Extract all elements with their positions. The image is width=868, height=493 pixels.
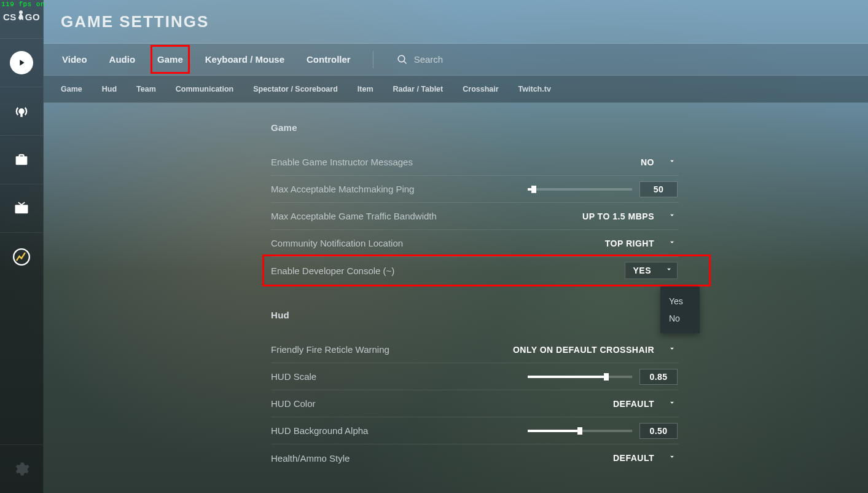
numbox-ping[interactable]: 50 (639, 181, 678, 197)
search-label: Search (414, 54, 444, 65)
dropdown-options: Yes No (660, 286, 700, 333)
slider-fill (528, 376, 606, 378)
slider-fill (528, 430, 580, 432)
slider-ping[interactable] (528, 188, 632, 191)
nav-inventory[interactable] (0, 136, 44, 184)
play-icon (10, 51, 33, 74)
logo-left: CS (3, 12, 17, 22)
settings-column: Game Enable Game Instructor Messages NO … (271, 122, 679, 471)
nav-stats[interactable] (0, 233, 44, 281)
subtab-hud[interactable]: Hud (102, 85, 117, 93)
chevron-down-icon (668, 344, 676, 355)
row-label: Max Acceptable Matchmaking Ping (271, 184, 414, 194)
row-hudalpha: HUD Background Alpha 0.50 (271, 417, 679, 444)
section-title-game: Game (271, 122, 679, 133)
subtab-item[interactable]: Item (358, 85, 373, 93)
row-label: HUD Color (271, 398, 316, 409)
dropdown-value: UP TO 1.5 MBPS (582, 211, 654, 221)
row-friendlyfire: Friendly Fire Reticle Warning ONLY ON DE… (271, 336, 679, 363)
section-gap (271, 284, 679, 310)
dropdown-hudcolor[interactable]: DEFAULT (607, 396, 678, 412)
dropdown-friendlyfire[interactable]: ONLY ON DEFAULT CROSSHAIR (507, 342, 678, 358)
chevron-down-icon (668, 211, 676, 222)
row-community: Community Notification Location TOP RIGH… (271, 230, 679, 257)
logo: CS GO (3, 11, 40, 22)
dropdown-healthammo[interactable]: DEFAULT (607, 450, 678, 466)
subtab-radar[interactable]: Radar / Tablet (393, 85, 444, 93)
row-label: Max Acceptable Game Traffic Bandwidth (271, 211, 437, 221)
app-root: CS GO GAM (0, 0, 868, 493)
fps-overlay: 119 fps on (0, 0, 46, 9)
dropdown-value: TOP RIGHT (605, 239, 654, 248)
sidebar: CS GO (0, 0, 44, 493)
stats-icon (13, 248, 30, 266)
nav-play[interactable] (0, 39, 44, 87)
row-devconsole-wrap: Enable Developer Console (~) YES Yes No (271, 257, 679, 284)
row-devconsole: Enable Developer Console (~) YES (271, 257, 679, 284)
tab-game[interactable]: Game (156, 50, 184, 68)
dropdown-bandwidth[interactable]: UP TO 1.5 MBPS (576, 208, 678, 224)
slider-control: 0.50 (528, 423, 678, 439)
row-bandwidth: Max Acceptable Game Traffic Bandwidth UP… (271, 203, 679, 230)
tab-video[interactable]: Video (61, 50, 88, 68)
dropdown-instructor[interactable]: NO (635, 154, 678, 170)
row-label: HUD Scale (271, 371, 316, 382)
slider-hudalpha[interactable] (528, 430, 632, 432)
dropdown-value: NO (641, 157, 654, 167)
nav-watch[interactable] (0, 184, 44, 232)
subtab-communication[interactable]: Communication (176, 85, 233, 93)
gear-icon (13, 460, 30, 478)
row-healthammo: Health/Ammo Style DEFAULT (271, 444, 679, 471)
broadcast-icon (13, 103, 30, 120)
row-label: Community Notification Location (271, 238, 403, 248)
option-no[interactable]: No (660, 310, 700, 327)
slider-hudscale[interactable] (528, 376, 632, 378)
numbox-hudscale[interactable]: 0.85 (639, 369, 678, 385)
main: GAME SETTINGS Video Audio Game Keyboard … (44, 0, 868, 493)
dropdown-value: DEFAULT (613, 399, 654, 409)
tab-audio[interactable]: Audio (108, 50, 137, 68)
dropdown-value: DEFAULT (613, 453, 654, 463)
row-label: Health/Ammo Style (271, 453, 350, 463)
dropdown-community[interactable]: TOP RIGHT (599, 235, 678, 251)
logo-right: GO (25, 12, 40, 22)
row-ping: Max Acceptable Matchmaking Ping 50 (271, 176, 679, 203)
row-hudscale: HUD Scale 0.85 (271, 363, 679, 390)
subtab-game[interactable]: Game (61, 85, 82, 93)
titlebar: GAME SETTINGS (44, 0, 868, 44)
row-label: Enable Developer Console (~) (271, 266, 394, 276)
nav-settings[interactable] (0, 445, 44, 493)
chevron-down-icon (668, 157, 676, 168)
row-label: Friendly Fire Reticle Warning (271, 344, 389, 355)
subtab-spectator[interactable]: Spectator / Scoreboard (253, 85, 338, 93)
chevron-down-icon (668, 398, 676, 409)
row-instructor: Enable Game Instructor Messages NO (271, 149, 679, 176)
subtab-twitch[interactable]: Twitch.tv (518, 85, 551, 93)
search-icon (397, 54, 408, 65)
tab-controller[interactable]: Controller (305, 50, 352, 68)
search[interactable]: Search (397, 54, 444, 65)
subtab-crosshair[interactable]: Crosshair (463, 85, 498, 93)
subtab-team[interactable]: Team (136, 85, 156, 93)
section-title-hud: Hud (271, 310, 679, 320)
numbox-hudalpha[interactable]: 0.50 (639, 423, 678, 439)
chevron-down-icon (668, 238, 676, 249)
row-label: Enable Game Instructor Messages (271, 157, 413, 167)
chevron-down-icon (668, 452, 676, 463)
tab-keyboard-mouse[interactable]: Keyboard / Mouse (204, 50, 286, 68)
tv-icon (13, 200, 30, 217)
content: Game Enable Game Instructor Messages NO … (44, 103, 868, 493)
slider-thumb[interactable] (577, 427, 582, 435)
row-label: HUD Background Alpha (271, 425, 368, 436)
slider-control: 50 (528, 181, 678, 197)
chevron-down-icon (665, 265, 673, 276)
dropdown-value: ONLY ON DEFAULT CROSSHAIR (513, 345, 654, 355)
row-hudcolor: HUD Color DEFAULT (271, 390, 679, 417)
option-yes[interactable]: Yes (660, 293, 700, 310)
nav-broadcast[interactable] (0, 87, 44, 135)
slider-thumb[interactable] (604, 373, 609, 381)
slider-thumb[interactable] (531, 186, 536, 193)
divider (373, 51, 373, 68)
dropdown-devconsole[interactable]: YES (625, 262, 678, 279)
slider-control: 0.85 (528, 369, 678, 385)
